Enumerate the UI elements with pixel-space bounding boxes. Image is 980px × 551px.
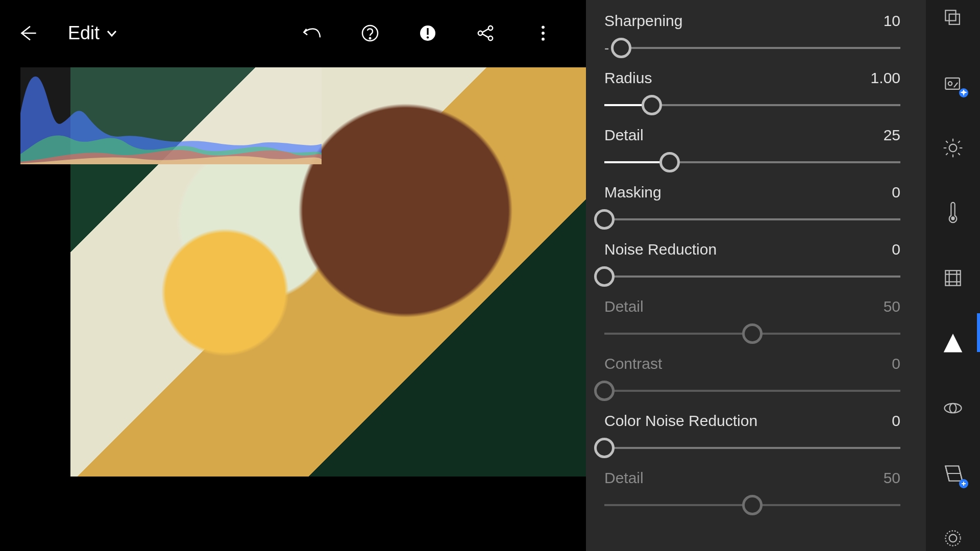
help-icon <box>360 23 380 43</box>
slider-head: Radius1.00 <box>604 69 900 87</box>
slider-detail-nr: Detail50 <box>604 298 900 346</box>
slider-control[interactable] <box>604 264 900 289</box>
slider-track <box>612 47 900 49</box>
top-bar-left: Edit <box>15 21 118 45</box>
slider-control[interactable]: - <box>604 36 900 60</box>
slider-thumb <box>742 323 763 344</box>
tool-filmstrip[interactable] <box>940 5 966 31</box>
slider-head: Contrast0 <box>604 355 900 372</box>
slider-contrast-nr: Contrast0 <box>604 355 900 403</box>
slider-label: Detail <box>604 127 644 144</box>
help-button[interactable] <box>358 21 382 45</box>
slider-value: 50 <box>884 469 900 487</box>
slider-head: Sharpening10 <box>604 12 900 30</box>
histogram-icon <box>20 67 322 164</box>
alert-icon <box>418 23 438 43</box>
tool-color[interactable] <box>940 201 966 226</box>
slider-track <box>604 390 900 392</box>
plus-badge-icon <box>959 479 968 488</box>
slider-value: 50 <box>884 298 900 315</box>
svg-rect-12 <box>949 14 960 24</box>
light-icon <box>942 137 964 159</box>
slider-thumb <box>594 381 615 401</box>
tool-auto[interactable] <box>940 70 966 96</box>
undo-button[interactable] <box>300 21 325 45</box>
share-button[interactable] <box>473 21 498 45</box>
slider-track <box>604 276 900 278</box>
tool-geometry[interactable] <box>940 461 966 486</box>
main-canvas-area: Edit <box>0 0 586 551</box>
slider-masking: Masking0 <box>604 184 900 232</box>
slider-thumb[interactable] <box>659 152 680 172</box>
sparkle-badge-icon <box>959 88 968 97</box>
tool-healing[interactable] <box>940 526 966 552</box>
slider-color-noise-reduction: Color Noise Reduction0 <box>604 412 900 460</box>
healing-icon <box>942 527 964 549</box>
svg-point-14 <box>948 82 952 86</box>
cloud-status-button[interactable] <box>415 21 440 45</box>
svg-point-6 <box>478 31 482 35</box>
svg-point-15 <box>949 144 957 152</box>
app-root: Edit <box>0 0 980 551</box>
slider-sharpening: Sharpening10- <box>604 12 900 60</box>
svg-rect-11 <box>945 10 955 20</box>
svg-rect-3 <box>427 28 428 35</box>
mode-dropdown[interactable]: Edit <box>68 22 118 44</box>
slider-detail-sharp: Detail25 <box>604 127 900 174</box>
mode-label: Edit <box>68 22 100 44</box>
slider-value: 0 <box>892 184 900 201</box>
slider-track <box>604 104 900 106</box>
slider-thumb[interactable] <box>594 266 615 287</box>
svg-rect-17 <box>945 270 960 285</box>
color-temp-icon <box>942 202 964 224</box>
slider-head: Detail25 <box>604 127 900 144</box>
svg-point-16 <box>951 217 954 220</box>
svg-point-4 <box>427 36 429 38</box>
slider-thumb <box>742 495 763 515</box>
tool-light[interactable] <box>940 135 966 161</box>
slider-head: Noise Reduction0 <box>604 241 900 258</box>
svg-point-8 <box>542 26 545 29</box>
slider-thumb[interactable] <box>594 209 615 230</box>
svg-point-21 <box>949 535 957 542</box>
slider-control[interactable] <box>604 150 900 174</box>
slider-control <box>604 493 900 517</box>
back-button[interactable] <box>15 21 40 45</box>
tool-detail[interactable] <box>940 331 966 356</box>
crop-icon <box>942 267 964 289</box>
slider-value: 0 <box>892 241 900 258</box>
slider-thumb[interactable] <box>594 438 615 458</box>
detail-panel: Sharpening10-Radius1.00Detail25Masking0N… <box>586 0 926 551</box>
svg-point-5 <box>488 26 493 30</box>
slider-control[interactable] <box>604 207 900 232</box>
slider-track <box>604 504 900 506</box>
slider-control[interactable] <box>604 93 900 117</box>
slider-thumb[interactable] <box>642 95 662 115</box>
slider-label: Detail <box>604 298 644 315</box>
svg-point-9 <box>542 32 545 35</box>
slider-value: 0 <box>892 355 900 372</box>
svg-point-18 <box>945 404 962 413</box>
slider-control[interactable] <box>604 436 900 460</box>
slider-head: Masking0 <box>604 184 900 201</box>
slider-label: Sharpening <box>604 12 682 30</box>
slider-negative-indicator: - <box>604 40 611 56</box>
slider-head: Detail50 <box>604 469 900 487</box>
share-icon <box>475 23 496 43</box>
slider-value: 1.00 <box>871 69 900 87</box>
svg-point-7 <box>488 36 493 40</box>
slider-value: 25 <box>884 127 900 144</box>
svg-point-20 <box>945 531 960 546</box>
chevron-down-icon <box>106 27 118 39</box>
optics-icon <box>942 397 964 419</box>
histogram-overlay[interactable] <box>20 67 322 164</box>
tool-crop[interactable] <box>940 265 966 291</box>
filmstrip-icon <box>942 7 964 29</box>
slider-noise-reduction: Noise Reduction0 <box>604 241 900 289</box>
undo-icon <box>302 23 323 43</box>
overflow-menu-button[interactable] <box>531 21 555 45</box>
back-arrow-icon <box>17 23 38 43</box>
slider-thumb[interactable] <box>611 38 631 58</box>
tool-optics[interactable] <box>940 395 966 421</box>
slider-label: Masking <box>604 184 662 201</box>
